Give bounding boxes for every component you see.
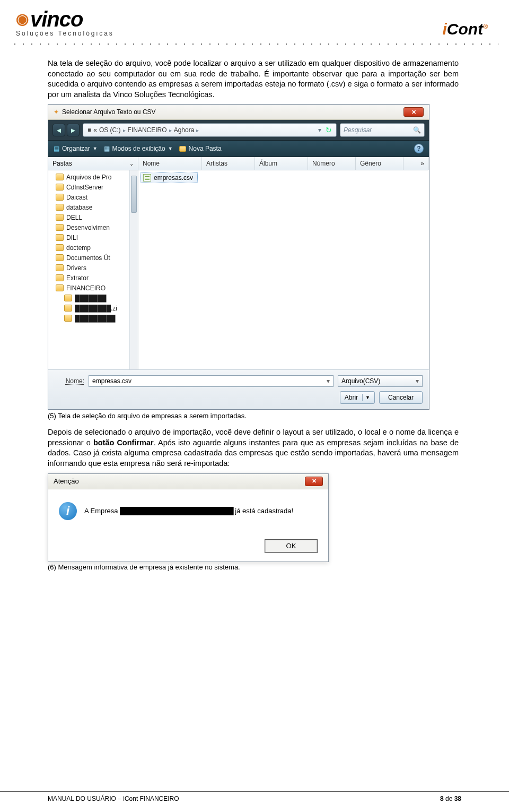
tree-item[interactable]: Desenvolvimen bbox=[48, 222, 138, 232]
tree-item[interactable]: █████████ bbox=[48, 313, 138, 323]
dialog-titlebar: ✦ Selecionar Arquivo Texto ou CSV ✕ bbox=[48, 105, 429, 120]
msg-title: Atenção bbox=[54, 477, 79, 485]
tree-header[interactable]: Pastas⌄ bbox=[48, 157, 138, 170]
tree-item[interactable]: Extrator bbox=[48, 273, 138, 283]
paragraph-2: Depois de selecionado o arquivo de impor… bbox=[0, 425, 509, 471]
tree-scrollbar[interactable] bbox=[129, 170, 138, 369]
vinco-logo: ◉ vinco Soluções Tecnológicas bbox=[16, 10, 114, 37]
eye-icon: ◉ bbox=[16, 12, 28, 25]
nav-fwd-button[interactable]: ► bbox=[67, 124, 80, 136]
brand-text: vinco bbox=[30, 10, 83, 29]
brand-tagline: Soluções Tecnológicas bbox=[16, 30, 114, 37]
tree-item[interactable]: doctemp bbox=[48, 243, 138, 253]
msg-titlebar: Atenção ✕ bbox=[48, 474, 328, 489]
file-name: empresas.csv bbox=[154, 174, 193, 182]
help-button[interactable]: ? bbox=[414, 144, 424, 153]
tree-item[interactable]: Documentos Út bbox=[48, 253, 138, 263]
tree-item[interactable]: DELL bbox=[48, 212, 138, 222]
menu-icon: ▤ bbox=[54, 145, 59, 152]
column-headers: Nome Artistas Álbum Número Gênero » bbox=[138, 157, 429, 170]
path-field[interactable]: ■ « OS (C:) ▸ FINANCEIRO ▸ Aghora ▸ ▾ ↻ bbox=[83, 123, 337, 137]
tree-item[interactable]: Daicast bbox=[48, 192, 138, 202]
figure-caption-6: (6) Mensagem informativa de empresa já e… bbox=[0, 562, 509, 576]
doc-header: ◉ vinco Soluções Tecnológicas iCont® bbox=[0, 0, 509, 40]
breadcrumb-row: ◄ ► ■ « OS (C:) ▸ FINANCEIRO ▸ Aghora ▸ … bbox=[48, 120, 429, 140]
open-button[interactable]: Abrir▼ bbox=[340, 391, 375, 404]
page-footer: MANUAL DO USUÁRIO – iCont FINANCEIRO 8 d… bbox=[0, 791, 509, 802]
star-icon: ✦ bbox=[54, 108, 59, 116]
paragraph-1: Na tela de seleção do arquivo, você pode… bbox=[0, 48, 509, 102]
close-button[interactable]: ✕ bbox=[305, 477, 323, 486]
msg-text: A Empresa ██████████████████████████ já … bbox=[84, 507, 293, 515]
tree-item[interactable]: ███████ bbox=[48, 293, 138, 303]
tree-item[interactable]: CdInstServer bbox=[48, 182, 138, 192]
tree-item[interactable]: DILI bbox=[48, 232, 138, 243]
footer-left: MANUAL DO USUÁRIO – iCont FINANCEIRO bbox=[48, 795, 179, 802]
dot-separator bbox=[11, 42, 498, 46]
col-more[interactable]: » bbox=[403, 157, 429, 170]
icont-logo: iCont® bbox=[443, 21, 488, 37]
file-item[interactable]: empresas.csv bbox=[141, 172, 198, 183]
col-header[interactable]: Nome bbox=[138, 157, 202, 170]
col-header[interactable]: Artistas bbox=[202, 157, 255, 170]
msg-body: i A Empresa ██████████████████████████ j… bbox=[48, 489, 328, 536]
vinco-wordmark: ◉ vinco bbox=[16, 10, 114, 29]
folder-icon bbox=[56, 174, 64, 180]
tree-item[interactable]: FINANCEIRO bbox=[48, 283, 138, 293]
dialog-toolbar: ▤ Organizar▼ ▦ Modos de exibição▼ Nova P… bbox=[48, 140, 429, 157]
folder-tree: Pastas⌄ Arquivos de Pro CdInstServer Dai… bbox=[48, 157, 138, 369]
close-button[interactable]: ✕ bbox=[403, 107, 424, 117]
file-list: Nome Artistas Álbum Número Gênero » empr… bbox=[138, 157, 429, 369]
dialog-title: Selecionar Arquivo Texto ou CSV bbox=[62, 108, 156, 116]
filetype-select[interactable]: Arquivo(CSV)▾ bbox=[338, 375, 423, 387]
new-folder-button[interactable]: Nova Pasta bbox=[179, 145, 222, 152]
tree-item[interactable]: Drivers bbox=[48, 263, 138, 273]
message-dialog: Atenção ✕ i A Empresa ██████████████████… bbox=[48, 473, 329, 562]
col-header[interactable]: Álbum bbox=[255, 157, 308, 170]
file-open-dialog: ✦ Selecionar Arquivo Texto ou CSV ✕ ◄ ► … bbox=[48, 104, 429, 410]
page-number: 8 de 38 bbox=[440, 795, 461, 802]
tree-item[interactable]: database bbox=[48, 202, 138, 212]
views-menu[interactable]: ▦ Modos de exibição▼ bbox=[104, 145, 173, 152]
csv-icon bbox=[143, 174, 151, 182]
cancel-button[interactable]: Cancelar bbox=[379, 391, 423, 404]
nav-buttons: ◄ ► bbox=[52, 124, 80, 136]
filename-label: Nome: bbox=[55, 377, 84, 385]
col-header[interactable]: Número bbox=[308, 157, 356, 170]
tree-item[interactable]: Arquivos de Pro bbox=[48, 172, 138, 182]
info-icon: i bbox=[59, 502, 77, 520]
ok-button[interactable]: OK bbox=[265, 539, 318, 553]
filename-input[interactable]: empresas.csv▾ bbox=[89, 375, 334, 387]
search-icon: 🔍 bbox=[413, 126, 421, 134]
folder-icon bbox=[179, 146, 186, 152]
nav-back-button[interactable]: ◄ bbox=[52, 124, 65, 136]
grid-icon: ▦ bbox=[104, 145, 110, 152]
col-header[interactable]: Gênero bbox=[356, 157, 403, 170]
organize-menu[interactable]: ▤ Organizar▼ bbox=[54, 145, 98, 152]
tree-item[interactable]: ████████.zi bbox=[48, 303, 138, 313]
search-field[interactable]: Pesquisar 🔍 bbox=[340, 123, 425, 137]
figure-caption-5: (5) Tela de seleção do arquivo de empres… bbox=[0, 411, 509, 425]
dialog-footer: Nome: empresas.csv▾ Arquivo(CSV)▾ Abrir▼… bbox=[48, 369, 429, 409]
